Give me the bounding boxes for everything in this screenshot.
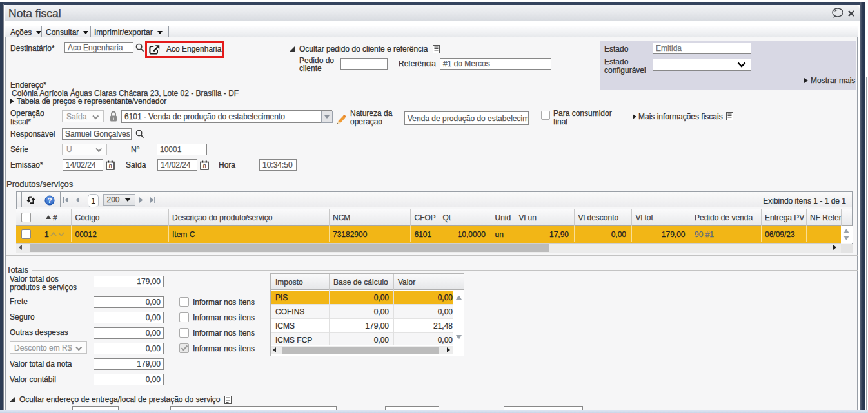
svg-text:8: 8 [109, 163, 112, 169]
svg-text:8: 8 [203, 163, 206, 169]
svg-text:?: ? [48, 197, 52, 204]
